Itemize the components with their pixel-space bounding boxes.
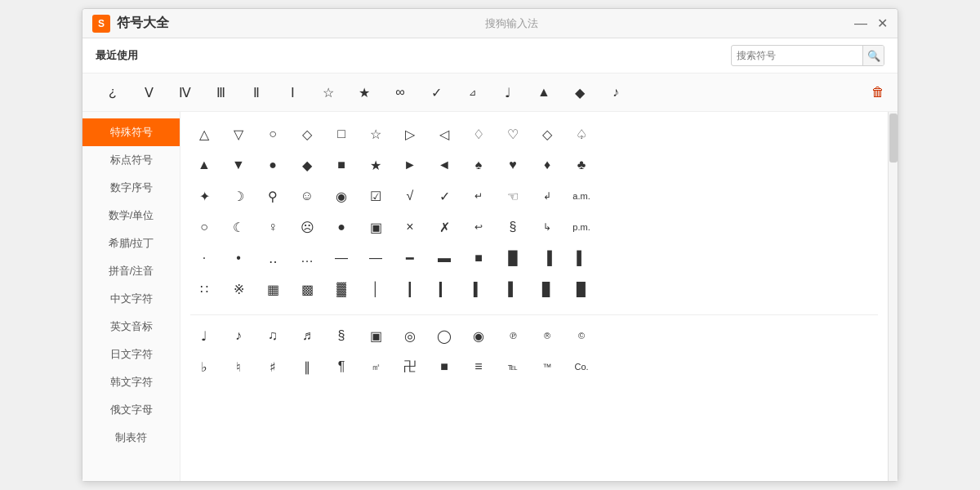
sym-dot-circle[interactable]: ● [324, 212, 359, 243]
recent-sym-8[interactable]: ∞ [383, 77, 417, 108]
sym-heart-outline[interactable]: ♡ [496, 118, 530, 149]
sym-bullseye[interactable]: ◉ [324, 180, 359, 212]
sidebar-item-korean[interactable]: 韩文字符 [82, 368, 180, 396]
sym-em-dash-thin[interactable]: — [324, 243, 359, 274]
sym-circle-filled[interactable]: ● [256, 149, 290, 180]
sym-square-box[interactable]: ▣ [359, 320, 393, 351]
recent-sym-5[interactable]: Ⅰ [275, 77, 310, 108]
sym-registered[interactable]: ® [530, 320, 564, 351]
sym-dark-shade[interactable]: ▓ [324, 274, 359, 305]
sym-double-bar[interactable]: ∥ [290, 351, 324, 382]
recent-sym-6[interactable]: ☆ [311, 77, 345, 108]
sym-em-dash[interactable]: — [359, 243, 393, 274]
scrollbar[interactable] [888, 112, 898, 481]
recent-sym-9[interactable]: ✓ [419, 77, 453, 108]
sym-am[interactable]: a.m. [564, 180, 599, 212]
recent-sym-13[interactable]: ◆ [563, 77, 597, 108]
delete-recent-button[interactable]: 🗑 [871, 85, 884, 100]
sym-moon-crescent[interactable]: ☽ [221, 180, 256, 212]
symbol-grid-wrapper[interactable]: △ ▽ ○ ◇ □ ☆ ▷ ◁ ♢ ♡ ◇ ♤ ▲ [180, 112, 898, 481]
sym-heart-filled[interactable]: ♥ [496, 149, 530, 180]
sym-interpunct[interactable]: · [187, 243, 221, 274]
sym-block-right[interactable]: ▐ [530, 243, 564, 274]
sym-smiley[interactable]: ☺ [290, 180, 324, 212]
sym-triangle-left-filled[interactable]: ◄ [427, 149, 461, 180]
sym-sharp[interactable]: ♯ [256, 351, 290, 382]
sym-beamed-sixteenth[interactable]: ♬ [290, 320, 324, 351]
sym-circle-target[interactable]: ◎ [393, 320, 427, 351]
sym-diamond-filled[interactable]: ◆ [290, 149, 324, 180]
sym-sqrt[interactable]: √ [393, 180, 427, 212]
sym-section-sign[interactable]: § [324, 320, 359, 351]
sym-arrow-down-right[interactable]: ↳ [530, 212, 564, 243]
sym-flat[interactable]: ♭ [187, 351, 221, 382]
sidebar-item-japanese[interactable]: 日文字符 [82, 341, 180, 368]
sym-sqm[interactable]: ㎡ [359, 351, 393, 382]
sym-checkmark[interactable]: ✓ [427, 180, 461, 212]
sym-vert-bar-thick[interactable]: ┃ [393, 274, 427, 305]
sym-triangle-filled[interactable]: ▲ [187, 149, 221, 180]
sym-pm[interactable]: p.m. [564, 212, 599, 243]
sidebar-item-special[interactable]: 特殊符号 [82, 118, 180, 146]
sym-circle-outline[interactable]: ○ [256, 118, 290, 149]
sym-two-dots[interactable]: ‥ [256, 243, 290, 274]
recent-sym-7[interactable]: ★ [347, 77, 381, 108]
sym-diamond-suit[interactable]: ♦ [530, 149, 564, 180]
sym-dotted-circle[interactable]: ◉ [461, 320, 496, 351]
sym-diamond-white[interactable]: ◇ [530, 118, 564, 149]
recent-sym-12[interactable]: ▲ [527, 77, 561, 108]
sym-quarter-bar[interactable]: ▍ [461, 274, 496, 305]
sidebar-item-pinyin[interactable]: 拼音/注音 [82, 257, 180, 285]
sym-frown[interactable]: ☹ [290, 212, 324, 243]
sym-triangle-outline[interactable]: △ [187, 118, 221, 149]
sym-square-border[interactable]: ▣ [359, 212, 393, 243]
sym-half-bar[interactable]: ▌ [496, 274, 530, 305]
sym-hand-left[interactable]: ☜ [496, 180, 530, 212]
sidebar-item-punctuation[interactable]: 标点符号 [82, 146, 180, 174]
sym-section[interactable]: § [496, 212, 530, 243]
sym-block-left[interactable]: ▌ [564, 243, 599, 274]
sym-square-filled[interactable]: ■ [324, 149, 359, 180]
sym-natural[interactable]: ♮ [221, 351, 256, 382]
sym-seven-eighth-bar[interactable]: ▉ [564, 274, 599, 305]
sym-phonograph[interactable]: ℗ [496, 320, 530, 351]
sidebar-item-math[interactable]: 数学/单位 [82, 202, 180, 229]
sym-grid-dark[interactable]: ▩ [290, 274, 324, 305]
sym-ring[interactable]: ○ [187, 212, 221, 243]
sym-three-quarter-bar[interactable]: ▊ [530, 274, 564, 305]
sym-bullet[interactable]: • [221, 243, 256, 274]
recent-sym-1[interactable]: Ⅴ [131, 77, 166, 108]
sym-arrow-back[interactable]: ↩ [461, 212, 496, 243]
sidebar-item-numbers[interactable]: 数字序号 [82, 174, 180, 202]
sidebar-item-control[interactable]: 制表符 [82, 424, 180, 452]
recent-sym-0[interactable]: ¿ [96, 77, 130, 108]
search-button[interactable]: 🔍 [862, 45, 884, 66]
sym-gear[interactable]: ✦ [187, 180, 221, 212]
sym-diamond-outline[interactable]: ◇ [290, 118, 324, 149]
recent-sym-4[interactable]: Ⅱ [239, 77, 274, 108]
sym-eighth-note[interactable]: ♪ [221, 320, 256, 351]
recent-sym-10[interactable]: ⊿ [455, 77, 489, 108]
recent-sym-2[interactable]: Ⅳ [167, 77, 202, 108]
sym-triangle-left-outline[interactable]: ◁ [427, 118, 461, 149]
sym-equiv[interactable]: ≡ [461, 351, 496, 382]
sym-co[interactable]: Co. [564, 351, 599, 382]
sym-copyright[interactable]: © [564, 320, 599, 351]
sym-beamed-notes[interactable]: ♫ [256, 320, 290, 351]
sidebar-item-greek[interactable]: 希腊/拉丁 [82, 229, 180, 257]
sym-block-full[interactable]: █ [496, 243, 530, 274]
sym-asterism[interactable]: ※ [221, 274, 256, 305]
sym-spade-filled[interactable]: ♠ [461, 149, 496, 180]
sym-xmark[interactable]: ✗ [427, 212, 461, 243]
sym-ankh[interactable]: ⚲ [256, 180, 290, 212]
scrollbar-thumb[interactable] [889, 114, 898, 163]
sym-one-eighth-bar[interactable]: ▎ [427, 274, 461, 305]
search-input[interactable] [732, 50, 862, 61]
sym-bar-thick[interactable]: ━ [393, 243, 427, 274]
sidebar-item-english[interactable]: 英文音标 [82, 313, 180, 341]
sym-star-filled[interactable]: ★ [359, 149, 393, 180]
sym-filled-square[interactable]: ■ [427, 351, 461, 382]
sym-triangle-down-filled[interactable]: ▼ [221, 149, 256, 180]
sidebar-item-russian[interactable]: 俄文字母 [82, 396, 180, 424]
sym-female[interactable]: ♀ [256, 212, 290, 243]
